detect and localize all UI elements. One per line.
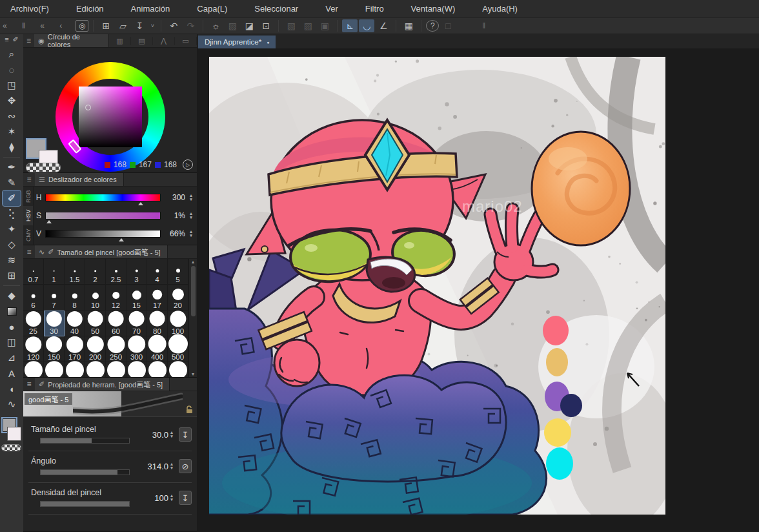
brush-size-10[interactable]: 10 xyxy=(85,285,106,311)
menu-item-ventanaw[interactable]: Ventana(W) xyxy=(411,4,469,14)
brush-size-120[interactable]: 120 xyxy=(23,336,44,362)
tool-frame-border[interactable]: ◫ xyxy=(3,334,21,350)
property-dynamics-button[interactable]: ↧ xyxy=(179,491,192,505)
menu-item-edicin[interactable]: Edición xyxy=(76,4,117,14)
panel-menu-icon[interactable]: ≡ xyxy=(23,380,35,389)
brush-size-500[interactable]: 500 xyxy=(168,336,188,362)
tool-fill[interactable]: ◆ xyxy=(3,288,21,303)
snap-to-special-ruler-icon[interactable]: ◡ xyxy=(359,19,374,32)
tool-eraser[interactable]: ◇ xyxy=(3,237,21,252)
brush-size-80[interactable]: 80 xyxy=(147,311,168,336)
brush-size-1.5[interactable]: 1.5 xyxy=(65,259,85,285)
tool-gradient[interactable] xyxy=(3,303,21,319)
tab-tool-property[interactable]: ✐ Propiedad de herram. [good画笔 - 5] xyxy=(35,378,170,391)
brush-size-100[interactable]: 100 xyxy=(168,311,188,336)
undo-icon[interactable]: ↶ xyxy=(166,19,181,32)
brush-size-2[interactable]: 2 xyxy=(85,259,106,285)
brush-size-scrollbar[interactable]: ▴ ▾ xyxy=(188,259,197,377)
tool-auto-select[interactable]: ✶ xyxy=(3,124,21,139)
brush-size-200[interactable]: 200 xyxy=(85,336,106,362)
saturation-value-square[interactable] xyxy=(79,87,142,147)
tool-balloon[interactable]: ◖ xyxy=(3,381,21,396)
tool-rotate-view[interactable]: ◌ xyxy=(3,62,21,77)
property-slider[interactable] xyxy=(40,438,130,444)
help-icon[interactable]: ? xyxy=(426,20,439,32)
canvas-artwork[interactable]: mario02 xyxy=(209,57,665,515)
tool-brush[interactable]: ✐ xyxy=(3,190,21,206)
slider-marker[interactable] xyxy=(46,220,52,223)
clear-outside-selection-icon[interactable]: ▨ xyxy=(225,19,240,32)
brush-size-60[interactable]: 60 xyxy=(106,311,126,336)
brush-size-40[interactable]: 40 xyxy=(65,311,85,336)
property-dynamics-button[interactable]: ⊘ xyxy=(179,459,192,473)
menu-item-ayudah[interactable]: Ayuda(H) xyxy=(482,4,531,14)
brush-size-overflow[interactable] xyxy=(65,362,85,377)
brush-size-overflow[interactable] xyxy=(126,362,147,377)
tool-airbrush[interactable]: ⢕ xyxy=(3,206,21,221)
tool-eyedropper[interactable]: ⧫ xyxy=(3,139,21,155)
tool-zoom[interactable]: ⌕ xyxy=(3,46,21,62)
brush-size-12[interactable]: 12 xyxy=(106,285,126,311)
property-slider[interactable] xyxy=(40,469,130,475)
tool-blend[interactable]: ≋ xyxy=(3,252,21,268)
toolbar-drag-handle[interactable]: ‖ xyxy=(482,21,485,30)
brush-size-150[interactable]: 150 xyxy=(44,336,65,362)
property-spinner[interactable]: ▴▾ xyxy=(168,462,175,470)
slider-marker[interactable] xyxy=(138,202,143,205)
tab-color-circle[interactable]: ◉ Círculo de colores xyxy=(34,34,109,47)
menu-item-seleccionar[interactable]: Seleccionar xyxy=(254,4,311,14)
brush-size-8[interactable]: 8 xyxy=(65,285,85,311)
panel-menu-icon[interactable]: ≡ xyxy=(23,247,35,256)
brush-size-overflow[interactable] xyxy=(106,362,126,377)
h-slider[interactable] xyxy=(45,194,161,201)
menu-item-archivof[interactable]: Archivo(F) xyxy=(10,4,62,14)
tool-lasso-select[interactable]: ∾ xyxy=(3,108,21,124)
brush-size-2.5[interactable]: 2.5 xyxy=(106,259,126,285)
color-mode-toggle-icon[interactable]: ▷ xyxy=(183,159,193,170)
save-options-icon[interactable]: ˅ xyxy=(148,19,156,32)
tab-color-history[interactable]: ⋀ xyxy=(153,37,175,45)
brush-size-overflow[interactable] xyxy=(44,362,65,377)
tool-figure[interactable]: ⊞ xyxy=(3,268,21,283)
property-dynamics-button[interactable]: ↧ xyxy=(179,427,192,442)
brush-preview[interactable]: good画笔 - 5 xyxy=(23,391,197,417)
tool-filled-lasso[interactable]: ● xyxy=(3,319,21,334)
brush-size-30[interactable]: 30 xyxy=(44,311,65,336)
slider-spinner[interactable]: ▴▾ xyxy=(188,230,194,238)
brush-size-300[interactable]: 300 xyxy=(126,336,147,362)
brush-size-70[interactable]: 70 xyxy=(126,311,147,336)
panel-menu-icon[interactable]: ≡ xyxy=(23,175,35,184)
panel-menu-icon[interactable]: ≡ xyxy=(23,36,34,45)
property-spinner[interactable]: ▴▾ xyxy=(168,494,175,502)
tool-correction-line[interactable]: ∿ xyxy=(3,396,21,412)
selection-border-icon[interactable]: ▣ xyxy=(317,19,332,32)
side-tab-rgb[interactable]: RGB xyxy=(23,187,33,206)
fill-icon[interactable]: ◪ xyxy=(241,19,257,32)
brush-size-5[interactable]: 5 xyxy=(168,259,188,285)
canvas-viewport[interactable]: mario02 xyxy=(197,48,759,532)
snap-to-grid-icon[interactable]: ∠ xyxy=(376,19,391,32)
panel-collapse-arrows[interactable]: « ‖ « ‹ xyxy=(3,21,68,30)
csp-logo-icon[interactable]: ◎ xyxy=(76,20,88,32)
brush-size-400[interactable]: 400 xyxy=(147,336,168,362)
deselect-icon[interactable]: ▧ xyxy=(283,19,299,32)
save-file-icon[interactable]: ↧ xyxy=(132,19,147,32)
tool-move[interactable]: ✥ xyxy=(3,93,21,108)
brush-size-170[interactable]: 170 xyxy=(65,336,85,362)
new-file-icon[interactable]: ⊞ xyxy=(98,19,114,32)
s-slider[interactable] xyxy=(45,212,161,220)
slider-spinner[interactable]: ▴▾ xyxy=(188,194,194,201)
slider-spinner[interactable]: ▴▾ xyxy=(188,212,194,220)
side-tab-cmy[interactable]: CMY xyxy=(23,225,33,245)
scroll-down-icon[interactable]: ▾ xyxy=(192,371,194,377)
tool-text[interactable]: A xyxy=(3,365,21,381)
brush-size-250[interactable]: 250 xyxy=(106,336,126,362)
brush-size-overflow[interactable] xyxy=(23,362,44,377)
tool-strip-menu-icon[interactable]: ≡ xyxy=(5,36,8,44)
brush-size-25[interactable]: 25 xyxy=(23,311,44,336)
menu-item-animacin[interactable]: Animación xyxy=(131,4,183,14)
scroll-up-icon[interactable]: ▴ xyxy=(192,259,194,265)
brush-size-7[interactable]: 7 xyxy=(44,285,65,311)
extra-icon[interactable]: □ xyxy=(440,19,456,32)
brush-size-overflow[interactable] xyxy=(147,362,168,377)
